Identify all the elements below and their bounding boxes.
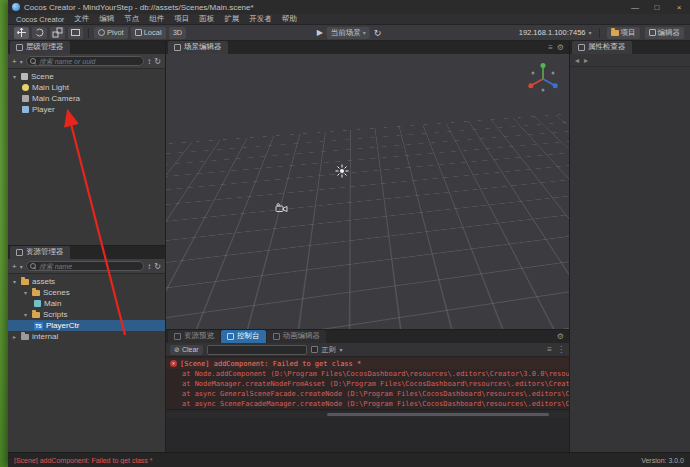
pivot-toggle-button[interactable]: Pivot — [94, 27, 128, 39]
refresh-icon[interactable]: ↻ — [374, 28, 382, 38]
add-node-button[interactable]: + — [12, 57, 17, 66]
open-editor-label: 编辑器 — [658, 28, 681, 38]
node-label: Player — [32, 105, 55, 114]
move-tool-button[interactable] — [14, 27, 29, 39]
assets-tree: ▾ assets ▾ Scenes Main ▾ — [8, 274, 165, 452]
asset-label: Main — [44, 299, 61, 308]
version-label: Version: 3.0.0 — [641, 457, 684, 464]
tab-hierarchy[interactable]: 层级管理器 — [10, 41, 70, 54]
scene-viewport[interactable] — [166, 54, 569, 329]
status-error-message[interactable]: [Scene] addComponent: Failed to get clas… — [14, 457, 153, 464]
assets-search[interactable] — [26, 261, 145, 271]
chevron-down-icon[interactable]: ▾ — [20, 58, 23, 65]
axis-gizmo[interactable] — [525, 60, 561, 96]
tab-console[interactable]: 控制台 — [221, 330, 266, 343]
nav-forward-icon[interactable]: ▸ — [584, 56, 588, 65]
asset-label: Scenes — [43, 288, 70, 297]
folder-icon — [21, 334, 29, 340]
hierarchy-search[interactable] — [26, 56, 145, 66]
local-toggle-button[interactable]: Local — [131, 27, 166, 39]
title-bar[interactable]: Cocos Creator - MindYourStep - db://asse… — [8, 0, 690, 14]
layout-icon[interactable]: ≡ — [548, 43, 553, 52]
menu-project[interactable]: 项目 — [169, 14, 194, 24]
twisty-open-icon[interactable]: ▾ — [22, 289, 29, 296]
twisty-open-icon[interactable]: ▾ — [11, 73, 18, 80]
menu-node[interactable]: 节点 — [119, 14, 144, 24]
scale-tool-button[interactable] — [50, 27, 65, 39]
asset-folder-scripts[interactable]: ▾ Scripts — [8, 309, 165, 320]
nav-back-icon[interactable]: ◂ — [575, 56, 579, 65]
twisty-open-icon[interactable]: ▾ — [22, 311, 29, 318]
refresh-icon[interactable]: ↻ — [154, 262, 161, 271]
open-editor-button[interactable]: 编辑器 — [645, 27, 685, 39]
rotate-tool-button[interactable] — [32, 27, 47, 39]
console-horizontal-scrollbar[interactable] — [166, 412, 569, 417]
menu-help[interactable]: 帮助 — [277, 14, 302, 24]
console-tabbar: 资源预览 控制台 动画编辑器 ⚙ — [166, 330, 569, 343]
asset-script-playerctr[interactable]: TS PlayerCtr — [8, 320, 165, 331]
hierarchy-toolbar: + ▾ ↕ ↻ — [8, 54, 165, 69]
tab-label: 资源预览 — [184, 331, 214, 341]
console-filter-input[interactable] — [207, 345, 307, 355]
hierarchy-node-main-light[interactable]: Main Light — [8, 82, 165, 93]
log-menu-icon[interactable]: ≡ — [547, 345, 552, 354]
menu-component[interactable]: 组件 — [144, 14, 169, 24]
more-options-icon[interactable]: ⋮ — [557, 345, 565, 354]
console-log-list[interactable]: × [Scene] addComponent: Failed to get cl… — [166, 357, 569, 452]
sun-light-gizmo[interactable] — [335, 164, 349, 178]
menu-file[interactable]: 文件 — [69, 14, 94, 24]
asset-scene-main[interactable]: Main — [8, 298, 165, 309]
play-icon[interactable]: ▶ — [317, 28, 323, 37]
hierarchy-node-player[interactable]: Player — [8, 104, 165, 115]
scrollbar-thumb[interactable] — [327, 413, 549, 416]
tab-animation-editor[interactable]: 动画编辑器 — [267, 330, 327, 343]
tab-assets[interactable]: 资源管理器 — [10, 246, 70, 259]
console-toolbar: ⊘ Clear 正则 ▾ ≡ ⋮ — [166, 343, 569, 357]
add-asset-button[interactable]: + — [12, 262, 17, 271]
gear-icon[interactable]: ⚙ — [557, 43, 564, 52]
tab-asset-preview[interactable]: 资源预览 — [168, 330, 220, 343]
hierarchy-node-scene[interactable]: ▾ Scene — [8, 71, 165, 82]
regex-checkbox[interactable] — [311, 346, 318, 353]
menu-panel[interactable]: 面板 — [194, 14, 219, 24]
hierarchy-node-main-camera[interactable]: Main Camera — [8, 93, 165, 104]
assets-search-input[interactable] — [39, 263, 141, 270]
preview-target-select[interactable]: 当前场景 ▾ — [327, 27, 370, 39]
error-log-entry[interactable]: × [Scene] addComponent: Failed to get cl… — [166, 358, 569, 410]
preview-url-dropdown[interactable]: 192.168.1.100:7456 ▾ — [519, 28, 592, 37]
light-icon — [22, 84, 29, 91]
chevron-down-icon[interactable]: ▾ — [20, 263, 23, 270]
asset-folder-assets[interactable]: ▾ assets — [8, 276, 165, 287]
clear-label: Clear — [182, 346, 199, 353]
menu-edit[interactable]: 编辑 — [94, 14, 119, 24]
menu-app[interactable]: Cocos Creator — [11, 15, 69, 24]
animation-editor-icon — [273, 333, 280, 340]
hierarchy-search-input[interactable] — [39, 58, 141, 65]
sort-icon[interactable]: ↕ — [147, 262, 151, 271]
inspector-empty-content — [570, 67, 690, 452]
mode-3d-button[interactable]: 3D — [169, 27, 187, 39]
minimize-button[interactable]: — — [624, 0, 646, 14]
inspector-nav: ◂ ▸ — [570, 54, 690, 67]
app-logo-icon — [12, 3, 20, 11]
menu-extension[interactable]: 扩展 — [219, 14, 244, 24]
refresh-icon[interactable]: ↻ — [154, 57, 161, 66]
maximize-button[interactable]: □ — [646, 0, 668, 14]
tab-inspector[interactable]: 属性检查器 — [572, 41, 632, 54]
sort-icon[interactable]: ↕ — [147, 57, 151, 66]
twisty-closed-icon[interactable]: ▸ — [11, 333, 18, 340]
log-stack-line: at NodeManager.createNodeFromAsset (D:\P… — [166, 379, 569, 389]
open-project-button[interactable]: 项目 — [607, 27, 640, 39]
asset-folder-internal[interactable]: ▸ internal — [8, 331, 165, 342]
camera-gizmo[interactable] — [275, 203, 288, 213]
log-level-dropdown-icon[interactable]: ▾ — [340, 346, 343, 353]
gear-icon[interactable]: ⚙ — [557, 332, 564, 341]
left-panel-column: 层级管理器 + ▾ ↕ ↻ ▾ S — [8, 41, 166, 452]
asset-folder-scenes[interactable]: ▾ Scenes — [8, 287, 165, 298]
clear-console-button[interactable]: ⊘ Clear — [170, 345, 203, 355]
close-button[interactable]: × — [668, 0, 690, 14]
menu-developer[interactable]: 开发者 — [244, 14, 277, 24]
tab-scene-editor[interactable]: 场景编辑器 — [168, 41, 228, 54]
twisty-open-icon[interactable]: ▾ — [11, 278, 18, 285]
rect-tool-button[interactable] — [68, 27, 83, 39]
